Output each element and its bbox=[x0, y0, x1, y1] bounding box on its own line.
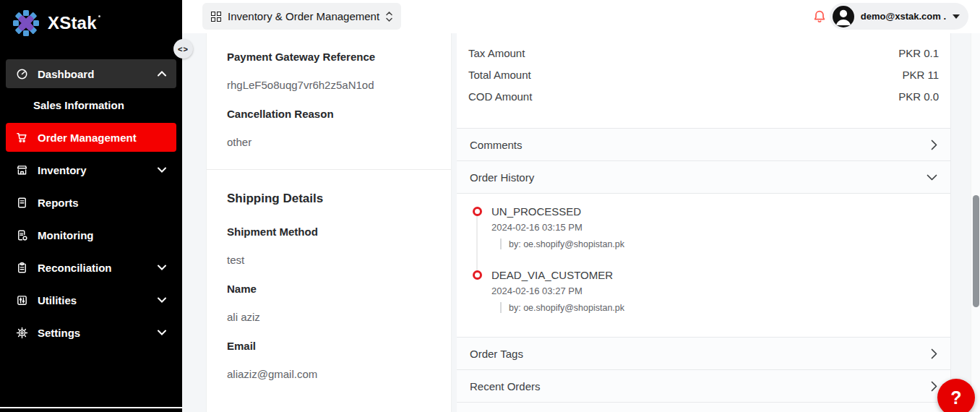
user-menu-button[interactable]: demo@xstak.com . bbox=[830, 3, 968, 30]
amounts-summary: Tax Amount PKR 0.1 Total Amount PKR 11 C… bbox=[457, 33, 950, 128]
accordion-recent-orders[interactable]: Recent Orders bbox=[457, 369, 950, 402]
scrollbar-thumb[interactable] bbox=[973, 195, 979, 307]
order-tags-label: Order Tags bbox=[470, 348, 523, 360]
sidebar-item-label: Monitoring bbox=[38, 229, 93, 241]
tax-amount-label: Tax Amount bbox=[468, 47, 525, 59]
bell-icon bbox=[812, 9, 827, 25]
cancellation-reason-value: other bbox=[227, 136, 431, 148]
user-email: demo@xstak.com . bbox=[861, 11, 946, 22]
caret-down-icon bbox=[953, 14, 960, 19]
clipboard-icon bbox=[16, 262, 28, 274]
name-label: Name bbox=[227, 283, 431, 295]
shipment-method-value: test bbox=[227, 254, 431, 266]
sidebar-item-label: Dashboard bbox=[38, 68, 94, 80]
sidebar-item-label: Inventory bbox=[38, 164, 87, 176]
cancellation-reason-label: Cancellation Reason bbox=[227, 108, 431, 120]
sidebar-item-utilities[interactable]: Utilities bbox=[6, 286, 176, 314]
total-amount-label: Total Amount bbox=[468, 69, 531, 81]
event-datetime: 2024-02-16 03:27 PM bbox=[491, 286, 950, 296]
event-by-row: by: oe.shopify@shopistan.pk bbox=[500, 302, 950, 313]
chevron-down-icon bbox=[158, 330, 166, 335]
sidebar-item-label: Settings bbox=[38, 327, 80, 339]
partial-next-row bbox=[457, 402, 950, 412]
summary-row-total: Total Amount PKR 11 bbox=[468, 64, 939, 85]
payment-gateway-reference-label: Payment Gateway Reference bbox=[227, 51, 431, 63]
selector-carets-icon bbox=[386, 12, 392, 22]
event-by: by: oe.shopify@shopistan.pk bbox=[509, 239, 624, 249]
accordion-order-tags[interactable]: Order Tags bbox=[457, 337, 950, 369]
chevron-right-icon bbox=[931, 381, 937, 392]
order-history-timeline: UN_PROCESSED 2024-02-16 03:15 PM by: oe.… bbox=[473, 205, 950, 313]
sidebar-item-reports[interactable]: Reports bbox=[6, 188, 176, 217]
sidebar-nav: Dashboard Sales Information Order Manage… bbox=[0, 59, 182, 347]
document-gear-icon bbox=[16, 229, 28, 241]
sidebar-item-monitoring[interactable]: Monitoring bbox=[6, 220, 176, 249]
sidebar-item-reconciliation[interactable]: Reconciliation bbox=[6, 253, 176, 282]
accordion-order-history[interactable]: Order History bbox=[457, 160, 950, 193]
cod-amount-label: COD Amount bbox=[468, 90, 532, 103]
cod-amount-value: PKR 0.0 bbox=[898, 90, 939, 103]
summary-row-tax: Tax Amount PKR 0.1 bbox=[468, 42, 939, 64]
app-switcher-label: Inventory & Order Management bbox=[228, 10, 379, 22]
email-value: aliaziz@gmail.com bbox=[227, 368, 431, 380]
payment-section: Payment Gateway Reference rhgLeF5o8uqg7v… bbox=[207, 33, 451, 148]
sidebar-item-sales-information[interactable]: Sales Information bbox=[6, 93, 176, 117]
email-label: Email bbox=[227, 340, 431, 352]
event-datetime: 2024-02-16 03:15 PM bbox=[491, 222, 950, 233]
apps-grid-icon bbox=[211, 12, 221, 22]
help-button[interactable]: ? bbox=[937, 379, 975, 412]
order-details-card: Payment Gateway Reference rhgLeF5o8uqg7v… bbox=[206, 33, 452, 412]
timeline-marker-icon bbox=[473, 270, 482, 280]
sidebar-item-settings[interactable]: Settings bbox=[6, 318, 176, 347]
collapse-glyph: <> bbox=[178, 45, 189, 53]
chevron-down-icon bbox=[158, 265, 166, 270]
brand-name: XStak bbox=[48, 13, 97, 33]
sidebar-item-order-management[interactable]: Order Management bbox=[6, 123, 176, 152]
sidebar-item-inventory[interactable]: Inventory bbox=[6, 155, 176, 184]
shipment-method-label: Shipment Method bbox=[227, 226, 431, 238]
sliders-icon bbox=[16, 294, 28, 306]
payment-gateway-reference-value: rhgLeF5o8uqg7vr6h2z5aN1od bbox=[227, 79, 431, 91]
document-icon bbox=[16, 197, 28, 209]
sidebar-item-label: Sales Information bbox=[33, 99, 124, 111]
event-by: by: oe.shopify@shopistan.pk bbox=[509, 303, 624, 313]
xstak-logo-icon bbox=[12, 9, 40, 38]
order-history-content: UN_PROCESSED 2024-02-16 03:15 PM by: oe.… bbox=[457, 193, 950, 337]
topbar: Inventory & Order Management demo@xstak.… bbox=[182, 0, 980, 33]
order-summary-panel: Tax Amount PKR 0.1 Total Amount PKR 11 C… bbox=[457, 33, 951, 412]
timeline-marker-icon bbox=[473, 207, 482, 216]
timeline-event: DEAD_VIA_CUSTOMER 2024-02-16 03:27 PM by… bbox=[473, 269, 950, 313]
cart-icon bbox=[16, 132, 28, 144]
sidebar-item-label: Reconciliation bbox=[38, 262, 112, 274]
shipping-details-title: Shipping Details bbox=[227, 192, 431, 206]
timeline-event: UN_PROCESSED 2024-02-16 03:15 PM by: oe.… bbox=[473, 205, 950, 249]
comments-label: Comments bbox=[470, 139, 523, 151]
accordion-comments[interactable]: Comments bbox=[457, 128, 950, 160]
chevron-right-icon bbox=[931, 140, 937, 150]
avatar bbox=[833, 6, 854, 27]
name-value: ali aziz bbox=[227, 311, 431, 323]
notification-bell-button[interactable] bbox=[812, 9, 827, 27]
sidebar-collapse-button[interactable]: <> bbox=[173, 39, 193, 59]
sidebar-bottom-divider bbox=[0, 407, 182, 408]
by-divider bbox=[500, 239, 502, 249]
chevron-down-icon bbox=[158, 297, 166, 303]
app-switcher-button[interactable]: Inventory & Order Management bbox=[202, 3, 401, 30]
chevron-down-icon bbox=[927, 174, 937, 181]
event-by-row: by: oe.shopify@shopistan.pk bbox=[500, 239, 950, 249]
sidebar-item-label: Reports bbox=[38, 197, 79, 209]
vertical-scrollbar[interactable] bbox=[971, 33, 980, 412]
summary-row-cod: COD Amount PKR 0.0 bbox=[468, 85, 939, 107]
by-divider bbox=[500, 302, 502, 313]
brand-logo[interactable]: XStak bbox=[0, 0, 182, 43]
shipping-details-section: Shipping Details Shipment Method test Na… bbox=[207, 170, 451, 380]
gear-icon bbox=[16, 327, 28, 339]
chevron-right-icon bbox=[931, 348, 937, 359]
event-status: DEAD_VIA_CUSTOMER bbox=[491, 269, 950, 281]
help-button-label: ? bbox=[950, 387, 961, 408]
sidebar-item-dashboard[interactable]: Dashboard bbox=[6, 59, 176, 88]
order-history-label: Order History bbox=[470, 171, 534, 184]
gauge-icon bbox=[16, 68, 28, 80]
sidebar: XStak Dashboard Sales Information Order … bbox=[0, 0, 182, 412]
sidebar-item-label: Order Management bbox=[38, 132, 137, 144]
